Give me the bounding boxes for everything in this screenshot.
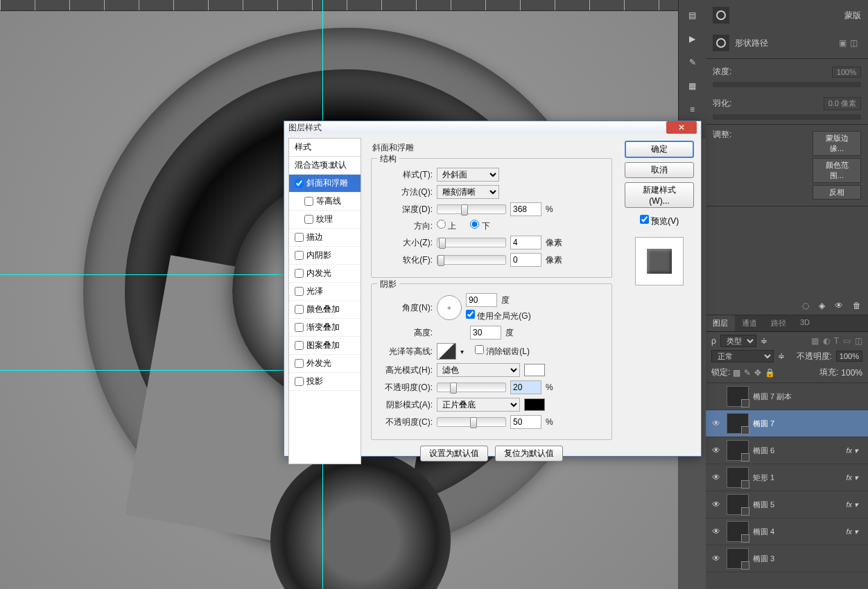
effect-checkbox[interactable] [295,359,304,368]
highlight-opacity-input[interactable] [510,380,541,394]
antialias-checkbox[interactable]: 消除锯齿(L) [475,345,530,358]
angle-input[interactable] [466,293,497,307]
layer-row[interactable]: 👁 椭圆 7 [706,410,868,437]
new-style-button[interactable]: 新建样式(W)... [625,182,694,208]
ruler-horizontal[interactable] [0,0,678,11]
layer-thumbnail[interactable] [727,386,749,407]
direction-down-radio[interactable]: 下 [470,220,489,232]
effect-checkbox[interactable] [295,251,304,260]
shadow-mode-select[interactable]: 正片叠底 [437,398,520,412]
layer-thumbnail[interactable] [727,440,749,461]
vector-mask-icon[interactable]: ◫ [850,38,861,48]
opacity-value[interactable]: 100% [836,351,862,362]
tab-channels[interactable]: 通道 [735,315,764,331]
technique-select[interactable]: 雕刻清晰 [437,185,499,199]
effect-checkbox[interactable] [295,233,304,242]
brush-icon[interactable]: ✎ [684,54,701,71]
effect-row-7[interactable]: 颜色叠加 [289,301,361,319]
direction-up-radio[interactable]: 上 [437,220,456,232]
fx-badge[interactable]: fx ▾ [846,446,864,455]
visibility-eye-icon[interactable]: 👁 [710,527,722,536]
density-value[interactable]: 100% [832,67,861,78]
fill-value[interactable]: 100% [841,368,862,378]
gloss-contour-picker[interactable] [437,343,456,360]
layer-thumbnail[interactable] [727,521,749,542]
mask-edge-button[interactable]: 蒙版边缘... [813,131,861,156]
depth-slider[interactable] [437,204,506,214]
path-mask-icon[interactable] [713,35,729,51]
histogram-icon[interactable]: ▤ [684,7,701,24]
cancel-button[interactable]: 取消 [625,162,694,178]
density-slider[interactable] [713,82,861,87]
lock-all-icon[interactable]: 🔒 [765,368,775,378]
layer-row[interactable]: 👁 椭圆 3 [706,545,868,572]
global-light-checkbox[interactable]: 使用全局光(G) [466,310,531,322]
effect-row-0[interactable]: 斜面和浮雕 [289,175,361,193]
layer-row[interactable]: 👁 椭圆 5 fx ▾ [706,491,868,518]
shadow-opacity-input[interactable] [510,415,541,429]
swatches-icon[interactable]: ▦ [684,78,701,94]
effect-checkbox[interactable] [295,323,304,332]
visibility-eye-icon[interactable]: 👁 [710,446,722,455]
blend-options-row[interactable]: 混合选项:默认 [289,157,361,175]
lock-pixels-icon[interactable]: ✎ [744,368,751,378]
effect-checkbox[interactable] [295,269,304,278]
layer-row[interactable]: 👁 椭圆 6 fx ▾ [706,437,868,464]
lock-position-icon[interactable]: ✥ [754,368,761,378]
fx-badge[interactable]: fx ▾ [846,500,864,509]
size-slider[interactable] [437,238,506,247]
layer-row[interactable]: 椭圆 7 副本 [706,383,868,410]
tab-3d[interactable]: 3D [793,315,817,331]
collapsed-panel-strip[interactable]: ▤ ▶ ✎ ▦ ≡ [678,0,706,139]
effect-row-9[interactable]: 图案叠加 [289,337,361,355]
layer-row[interactable]: 👁 椭圆 4 fx ▾ [706,518,868,545]
effect-row-8[interactable]: 渐变叠加 [289,319,361,337]
effect-checkbox[interactable] [304,197,313,206]
shadow-opacity-slider[interactable] [437,417,506,427]
mask-thumbnail-icon[interactable] [713,7,729,24]
effect-row-5[interactable]: 内发光 [289,265,361,283]
layer-row[interactable]: 👁 矩形 1 fx ▾ [706,464,868,491]
effect-row-11[interactable]: 投影 [289,373,361,391]
color-range-button[interactable]: 颜色范围... [813,158,861,183]
highlight-opacity-slider[interactable] [437,383,506,392]
filter-type-icon[interactable]: T [834,336,839,346]
delete-mask-icon[interactable]: 🗑 [853,301,861,310]
angle-dial[interactable] [437,295,462,320]
size-input[interactable] [510,236,541,249]
effect-checkbox[interactable] [295,305,304,314]
layer-thumbnail[interactable] [727,413,749,434]
visibility-eye-icon[interactable]: 👁 [710,500,722,509]
fx-badge[interactable]: fx ▾ [846,527,864,536]
preview-checkbox[interactable]: 预览(V) [640,215,679,227]
layer-thumbnail[interactable] [727,548,749,569]
set-default-button[interactable]: 设置为默认值 [420,446,488,461]
lock-transparency-icon[interactable]: ▩ [733,368,740,378]
ok-button[interactable]: 确定 [625,141,694,158]
depth-input[interactable] [510,202,541,216]
highlight-mode-select[interactable]: 滤色 [437,363,520,377]
feather-slider[interactable] [713,114,861,120]
visibility-eye-icon[interactable]: 👁 [710,554,722,563]
highlight-color-swatch[interactable] [524,364,545,376]
effect-checkbox[interactable] [295,287,304,296]
toggle-mask-icon[interactable]: 👁 [835,301,843,310]
filter-smart-icon[interactable]: ◫ [855,336,862,346]
invert-button[interactable]: 反相 [813,185,861,200]
visibility-eye-icon[interactable]: 👁 [710,419,722,428]
adjustments-icon[interactable]: ≡ [684,101,701,118]
effect-checkbox[interactable] [295,377,304,386]
filter-pixel-icon[interactable]: ▦ [811,336,819,346]
feather-value[interactable]: 0.0 像素 [824,97,861,110]
effect-row-1[interactable]: 等高线 [289,193,361,211]
layer-thumbnail[interactable] [727,494,749,515]
effect-row-3[interactable]: 描边 [289,229,361,247]
styles-header[interactable]: 样式 [289,139,361,157]
soften-input[interactable] [510,253,541,267]
filter-kind-select[interactable]: 类型 [720,335,756,347]
pixel-mask-icon[interactable]: ▣ [839,38,850,48]
effect-row-4[interactable]: 内阴影 [289,247,361,265]
layer-thumbnail[interactable] [727,467,749,488]
visibility-eye-icon[interactable]: 👁 [710,473,722,482]
tab-paths[interactable]: 路径 [764,315,793,331]
